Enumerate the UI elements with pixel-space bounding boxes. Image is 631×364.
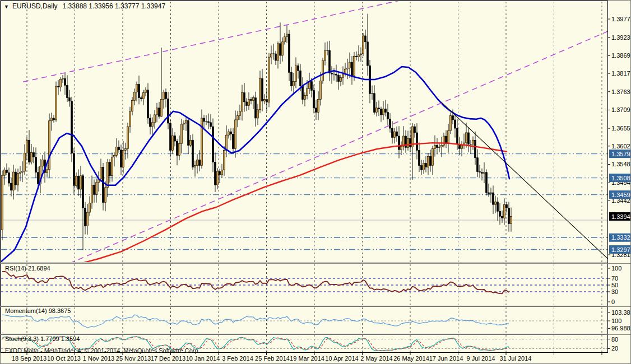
date-axis-label: 2 May 2014	[360, 355, 392, 362]
candle-bullish	[268, 57, 270, 102]
candle-bullish	[86, 212, 88, 226]
candle-bullish	[263, 100, 265, 101]
candle-bearish	[301, 86, 303, 99]
candle-bearish	[337, 75, 339, 81]
candle-bearish	[176, 141, 178, 155]
date-axis-label: 9 Jul 2014	[467, 355, 495, 362]
candle-bullish	[346, 68, 348, 69]
candle-bullish	[89, 203, 90, 212]
candle-bullish	[122, 150, 124, 167]
black-trendline	[441, 102, 613, 263]
date-axis-label: 25 Nov 2013	[116, 355, 151, 362]
candle-bearish	[187, 120, 189, 145]
candles-series	[1, 14, 512, 250]
candle-bearish	[250, 100, 252, 101]
candle-bearish	[335, 74, 337, 75]
candle-bearish	[279, 44, 281, 55]
date-axis-label: 25 Feb 2014	[255, 355, 290, 362]
candle-bearish	[245, 102, 247, 106]
candle-bullish	[194, 166, 196, 167]
chevron-down-icon[interactable]: ▼	[4, 4, 9, 10]
candle-bullish	[223, 150, 225, 170]
candle-bearish	[174, 136, 175, 141]
date-axis[interactable]: 18 Sep 201310 Oct 20131 Nov 201325 Nov 2…	[12, 353, 602, 362]
date-axis-label: 10 Jan 2014	[186, 355, 220, 362]
candle-bullish	[241, 93, 243, 111]
svg-text:1.33947: 1.33947	[611, 213, 631, 220]
chart-canvas[interactable]: 1.397751.392351.386951.381701.376301.370…	[1, 1, 631, 364]
candle-bearish	[120, 150, 122, 167]
candle-bullish	[447, 130, 449, 143]
candle-bullish	[358, 55, 359, 57]
candle-bearish	[313, 90, 314, 108]
candle-bullish	[201, 118, 202, 166]
candle-bullish	[434, 145, 435, 148]
candle-bullish	[221, 170, 222, 174]
candle-bullish	[349, 62, 350, 68]
price-axis-label: 1.36025	[611, 143, 631, 150]
trendlines[interactable]	[23, 1, 630, 263]
candle-bullish	[24, 153, 25, 171]
terminal-copyright: FXDD Malta - MetaTrader 4, © 2001-2014, …	[5, 347, 200, 354]
date-axis-label: 19 Mar 2014	[290, 355, 324, 362]
candle-bearish	[93, 185, 95, 194]
price-axis-label: 1.37090	[611, 106, 631, 113]
mt4-chart-window: 1.397751.392351.386951.381701.376301.370…	[0, 0, 631, 364]
stochastic-indicator-label: Stoch(9,3,3) 1.7799 1.3594	[5, 335, 80, 342]
svg-text:1.35797: 1.35797	[611, 151, 631, 157]
candle-bearish	[499, 211, 500, 216]
candle-bullish	[393, 132, 395, 137]
candle-bearish	[405, 136, 406, 148]
candle-bullish	[185, 120, 187, 123]
rsi-axis-label: 100	[611, 265, 621, 272]
date-axis-label: 26 May 2014	[393, 355, 429, 362]
candle-bullish	[236, 116, 238, 120]
candle-bullish	[324, 50, 326, 60]
candle-bullish	[100, 167, 101, 179]
candle-bearish	[355, 56, 357, 57]
candle-bearish	[219, 171, 220, 175]
candle-bearish	[328, 50, 330, 73]
candle-bearish	[488, 193, 489, 194]
candle-bullish	[503, 204, 505, 218]
candle-bullish	[129, 111, 131, 127]
symbol-period-label: EURUSD,Daily	[12, 2, 58, 10]
candle-bullish	[438, 147, 440, 147]
candle-bearish	[288, 34, 290, 72]
candle-bearish	[416, 133, 417, 150]
candle-bullish	[154, 115, 155, 123]
candle-bullish	[465, 133, 467, 143]
candle-bullish	[145, 90, 146, 93]
candle-bullish	[62, 78, 63, 79]
candle-bearish	[35, 157, 36, 172]
chart-title: ▼EURUSD,Daily1.33888 1.33956 1.33777 1.3…	[4, 2, 165, 10]
candle-bullish	[127, 127, 128, 148]
price-axis[interactable]: 1.397751.392351.386951.381701.376301.370…	[607, 16, 631, 352]
candle-bullish	[342, 74, 344, 77]
candle-bullish	[183, 123, 184, 124]
moving-average-slow-red	[83, 143, 507, 263]
candle-bearish	[37, 172, 39, 184]
price-axis-label: 1.39775	[611, 16, 631, 22]
magenta-trendline	[69, 22, 630, 264]
date-axis-label: 17 Dec 2013	[151, 355, 185, 362]
candle-bearish	[331, 73, 332, 74]
candle-bullish	[228, 132, 229, 135]
candle-bearish	[8, 172, 10, 183]
candle-bearish	[203, 118, 205, 122]
candle-bearish	[452, 116, 453, 120]
candle-bullish	[423, 163, 424, 170]
candle-bearish	[474, 140, 476, 157]
candle-bullish	[48, 121, 50, 170]
candle-bullish	[306, 88, 308, 95]
level-price-badge: 1.34590	[609, 190, 631, 199]
date-axis-label: 31 Jul 2014	[500, 355, 532, 362]
candle-bullish	[1, 175, 3, 230]
candle-bullish	[461, 145, 462, 148]
candle-bullish	[360, 54, 361, 55]
candle-bearish	[66, 85, 68, 97]
candle-bullish	[440, 145, 442, 147]
candle-bullish	[432, 148, 433, 165]
candle-bullish	[510, 216, 512, 223]
candle-bearish	[149, 118, 151, 127]
